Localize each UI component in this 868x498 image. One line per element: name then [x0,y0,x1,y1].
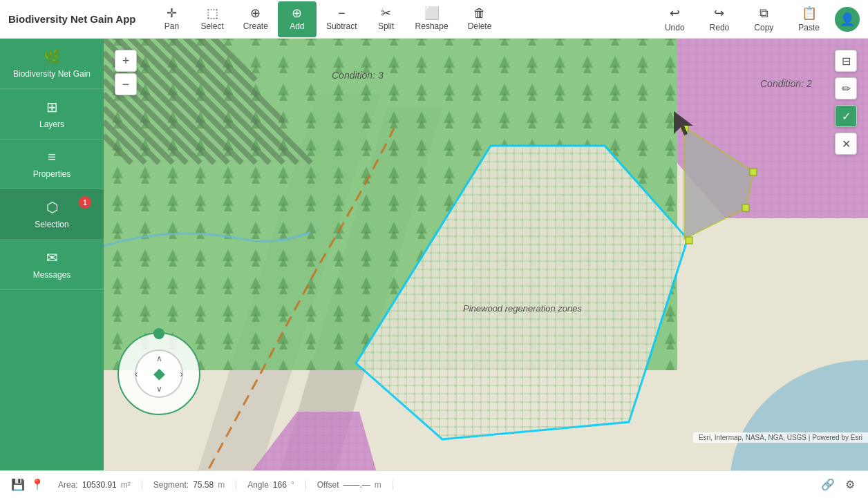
status-save-button[interactable]: 💾 [8,475,28,495]
messages-icon: ✉ [46,249,58,266]
map-background: × × [104,39,868,470]
pan-tool[interactable]: ✛ Pan [152,1,191,37]
status-settings-button[interactable]: ⚙ [840,475,860,495]
svg-text:Condition: 3: Condition: 3 [332,70,384,81]
reshape-icon: ⬜ [424,7,440,19]
sidebar: 🌿 Biodiversity Net Gain ⊞ Layers ≡ Prope… [0,39,104,470]
zoom-out-button[interactable]: − [115,73,137,95]
compass-nav-down[interactable]: ∨ [156,384,162,394]
svg-text:Pinewood regeneration zones: Pinewood regeneration zones [463,303,583,314]
compass-outer: ◆ ‹ › ∧ ∨ [117,332,200,415]
add-label: Add [290,21,304,31]
avatar[interactable]: 👤 [835,7,860,32]
paste-button[interactable]: 📋 Paste [789,1,829,37]
sidebar-item-messages-label: Messages [33,270,71,280]
status-area-value: 10530.91 [82,480,117,490]
map-right-panel: ⊟ ✏ ✓ ✕ [835,50,857,155]
create-tool[interactable]: ⊕ Create [234,1,278,37]
check-panel-button[interactable]: ✓ [835,105,857,127]
status-bar: 💾 📍 Area: 10530.91 m² Segment: 75.58 m A… [0,470,868,498]
compass-nav-right[interactable]: › [180,368,183,379]
sidebar-item-properties[interactable]: ≡ Properties [0,140,104,189]
compass-inner: ◆ ‹ › ∧ ∨ [135,349,183,398]
layers-icon: ⊞ [46,99,58,115]
header: Biodiversity Net Gain App ✛ Pan ⬚ Select… [0,0,868,39]
layers-panel-button[interactable]: ⊟ [835,50,857,72]
paste-icon: 📋 [802,6,817,21]
reshape-tool[interactable]: ⬜ Reshape [406,1,458,37]
map-container[interactable]: × × [104,39,868,470]
biodiversity-icon: 🌿 [44,48,61,65]
status-offset-label: Offset [317,480,339,490]
sidebar-item-messages[interactable]: ✉ Messages [0,240,104,290]
redo-icon: ↪ [714,6,724,21]
status-offset-group: Offset ——.— m [306,480,393,490]
compass-nav-up[interactable]: ∧ [156,354,162,363]
undo-icon: ↩ [670,6,680,21]
properties-icon: ≡ [48,149,56,165]
split-label: Split [378,21,394,31]
status-share-button[interactable]: 🔗 [818,475,838,495]
create-label: Create [243,21,268,31]
split-icon: ✂ [381,7,391,19]
delete-tool[interactable]: 🗑 Delete [458,1,502,37]
status-segment-group: Segment: 75.58 m [142,480,236,490]
status-offset-unit: m [375,480,381,490]
compass-dot [153,328,164,339]
undo-label: Undo [665,23,685,32]
pan-icon: ✛ [167,7,177,19]
status-area-label: Area: [58,480,78,490]
sidebar-item-layers[interactable]: ⊞ Layers [0,89,104,140]
status-segment-label: Segment: [153,480,189,490]
subtract-label: Subtract [326,21,357,31]
selection-icon: ⬡ [46,199,58,216]
status-location-button[interactable]: 📍 [28,475,47,495]
app-title: Biodiversity Net Gain App [8,13,135,25]
pan-label: Pan [164,21,179,31]
compass-arrow: ◆ [153,365,165,383]
sidebar-item-layers-label: Layers [39,119,64,129]
status-angle-group: Angle 166 ° [236,480,306,490]
sidebar-item-properties-label: Properties [33,169,71,179]
toolbar: ✛ Pan ⬚ Select ⊕ Create ⊕ Add − Subtract… [152,1,654,37]
subtract-tool[interactable]: − Subtract [317,1,367,37]
subtract-icon: − [338,7,346,19]
compass-control[interactable]: ◆ ‹ › ∧ ∨ [117,332,200,415]
split-tool[interactable]: ✂ Split [367,1,406,37]
status-area-unit: m² [121,480,131,490]
sidebar-item-selection[interactable]: 1 ⬡ Selection [0,189,104,240]
status-angle-label: Angle [247,480,269,490]
sidebar-item-biodiversity[interactable]: 🌿 Biodiversity Net Gain [0,39,104,89]
close-panel-button[interactable]: ✕ [835,133,857,155]
attribution: Esri, Intermap, NASA, NGA, USGS | Powere… [693,432,868,443]
draw-panel-button[interactable]: ✏ [835,77,857,99]
svg-rect-35 [750,169,757,175]
status-segment-unit: m [218,480,225,490]
copy-icon: ⧉ [760,6,768,21]
select-label: Select [200,21,223,31]
compass-nav-left[interactable]: ‹ [135,368,138,379]
undo-button[interactable]: ↩ Undo [655,1,695,37]
redo-label: Redo [710,23,730,32]
zoom-in-button[interactable]: + [115,50,137,72]
sidebar-item-selection-label: Selection [35,220,68,229]
select-icon: ⬚ [207,7,218,19]
svg-text:Condition: 2: Condition: 2 [760,78,812,89]
status-area-group: Area: 10530.91 m² [47,480,142,490]
status-angle-value: 166 [273,480,287,490]
sidebar-item-biodiversity-label: Biodiversity Net Gain [13,69,91,79]
copy-button[interactable]: ⧉ Copy [744,1,783,37]
svg-rect-37 [686,237,692,244]
status-segment-value: 75.58 [193,480,214,490]
redo-button[interactable]: ↪ Redo [700,1,739,37]
main-area: 🌿 Biodiversity Net Gain ⊞ Layers ≡ Prope… [0,39,868,470]
create-icon: ⊕ [250,7,261,19]
svg-rect-36 [742,204,749,211]
select-tool[interactable]: ⬚ Select [191,1,233,37]
header-right: ↩ Undo ↪ Redo ⧉ Copy 📋 Paste 👤 [655,1,860,37]
add-tool[interactable]: ⊕ Add [278,1,317,37]
reshape-label: Reshape [415,21,449,31]
delete-label: Delete [468,21,492,31]
copy-label: Copy [754,23,773,32]
status-offset-value: ——.— [343,480,370,490]
